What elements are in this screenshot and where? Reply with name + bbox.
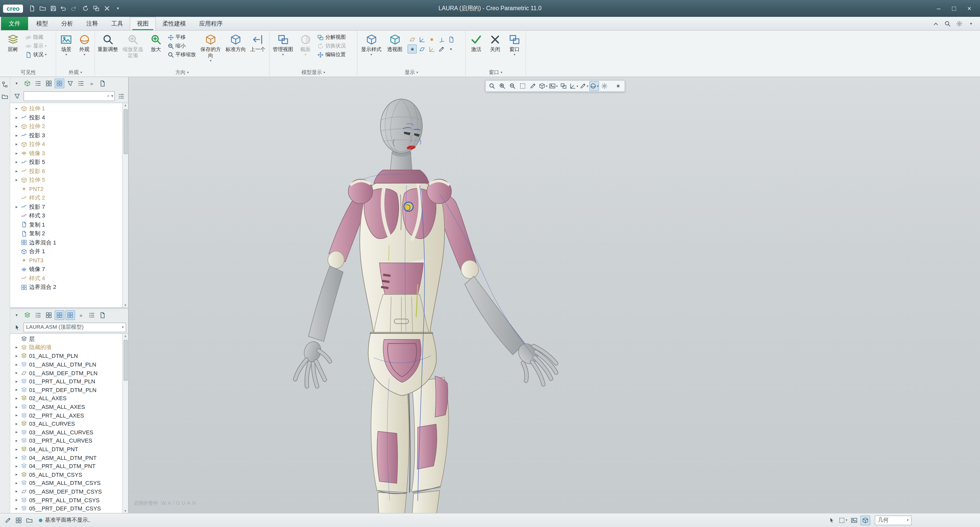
layer-tree-item[interactable]: ▸01__ASM_DEF_DTM_PLN — [10, 369, 122, 377]
layer-tree-item[interactable]: ▸04__PRT_ALL_DTM_PNT — [10, 462, 122, 470]
status-button[interactable]: 状况 ▾ — [24, 51, 48, 58]
scene-button[interactable]: 场景 ▾ — [58, 33, 75, 58]
close-button[interactable]: × — [962, 3, 977, 14]
expand-arrow[interactable]: ▸ — [14, 169, 19, 173]
model-tree-item[interactable]: ▸投影 3 — [10, 131, 122, 140]
expand-arrow[interactable]: ▸ — [14, 388, 19, 392]
model-tree-item[interactable]: PNT3 — [10, 256, 122, 265]
layer-tree-scrollbar[interactable]: ▲ ▼ — [122, 334, 128, 513]
layer-tree-item[interactable]: ▸01__ASM_ALL_DTM_PLN — [10, 360, 122, 369]
layer-detach-icon[interactable] — [97, 310, 107, 320]
layer-tree-item[interactable]: ▸01__PRT_ALL_DTM_PLN — [10, 377, 122, 386]
model-tree-item[interactable]: 边界混合 2 — [10, 283, 122, 292]
expand-arrow[interactable]: ▸ — [14, 133, 19, 138]
spin-center-toggle[interactable] — [407, 44, 417, 54]
switch-state-button[interactable]: 切换状况 — [316, 42, 347, 49]
expand-arrow[interactable]: ▸ — [14, 379, 19, 384]
layer-sort-icon[interactable] — [87, 310, 97, 320]
saved-orientations-button[interactable]: 保存的方向 ▾ — [198, 33, 223, 64]
clear-search-icon[interactable]: × — [107, 94, 110, 98]
zoom-window-icon[interactable] — [518, 81, 528, 91]
layer-view-b-icon[interactable] — [65, 310, 75, 320]
tree-list-icon[interactable] — [33, 78, 43, 88]
document-edit-icon[interactable] — [3, 516, 13, 525]
smart-pointer-icon[interactable] — [827, 516, 837, 525]
annotation-display-toggle[interactable] — [446, 35, 455, 44]
select-model-icon[interactable] — [12, 322, 22, 332]
add-filter-button[interactable] — [116, 91, 126, 101]
model-tree-item[interactable]: ▸投影 5 — [10, 158, 122, 167]
section-button[interactable]: 截面 ▾ — [296, 33, 315, 58]
box-icon[interactable] — [14, 516, 24, 525]
folder-browser-tab-icon[interactable] — [0, 92, 10, 102]
minimize-button[interactable]: – — [931, 3, 946, 14]
tree-options-caret[interactable]: ▾ — [12, 78, 21, 88]
model-tree-scrollbar[interactable]: ▲ ▼ — [122, 103, 128, 307]
tab-view[interactable]: 视图 — [130, 17, 156, 30]
expand-arrow[interactable]: ▸ — [14, 472, 19, 477]
annotation-display-icon[interactable]: ▾ — [579, 81, 589, 91]
close-window-button[interactable]: 关闭 — [486, 33, 504, 54]
scrollbar-thumb[interactable] — [123, 109, 127, 154]
window-button[interactable]: 窗口 ▾ — [505, 33, 524, 58]
model-tree-item[interactable]: 样式 3 — [10, 211, 122, 220]
expand-arrow[interactable]: ▸ — [14, 354, 19, 358]
ui-options-icon[interactable] — [955, 19, 964, 29]
tab-model[interactable]: 模型 — [30, 17, 55, 30]
zoom-out-button[interactable]: 缩小 — [166, 42, 197, 49]
expand-arrow[interactable]: ▸ — [14, 205, 19, 209]
refit-button[interactable]: 重新调整 — [97, 33, 119, 54]
model-3d-laura[interactable] — [255, 92, 592, 513]
model-tree-item[interactable]: PNT2 — [10, 184, 122, 194]
graphics-options-icon[interactable] — [600, 81, 609, 91]
layer-tree-button[interactable]: 层树 — [3, 33, 23, 54]
redo-icon[interactable]: ▾ — [70, 3, 80, 13]
tab-flexible-modeling[interactable]: 柔性建模 — [156, 17, 192, 30]
refit-icon[interactable] — [487, 81, 497, 91]
model-tree-item[interactable]: ▸拉伸 1 — [10, 104, 122, 113]
expand-arrow[interactable]: ▸ — [14, 106, 19, 111]
layer-tree-item[interactable]: ▸05__PRT_DEF_DTM_CSYS — [10, 504, 122, 513]
model-tree-item[interactable]: 复制 1 — [10, 220, 122, 229]
expand-arrow[interactable]: ▸ — [14, 498, 19, 502]
model-tree-item[interactable]: ▸投影 6 — [10, 167, 122, 176]
repaint-icon[interactable] — [528, 81, 538, 91]
detach-panel-icon[interactable] — [97, 78, 107, 88]
axis-tag-toggle[interactable] — [427, 44, 436, 54]
edit-position-button[interactable]: 编辑位置 — [316, 51, 347, 58]
search-filter-icon[interactable] — [12, 91, 22, 101]
zoom-in-button[interactable]: 放大 — [146, 33, 165, 54]
layer-tree-item[interactable]: ▸隐藏的项 — [10, 343, 122, 352]
point-display-toggle[interactable] — [427, 35, 436, 44]
undo-icon[interactable]: ▾ — [59, 3, 69, 13]
model-tree-item[interactable]: ▸投影 4 — [10, 113, 122, 122]
pan-zoom-button[interactable]: 平移缩放 — [166, 51, 197, 58]
model-tree-item[interactable]: ▸拉伸 5 — [10, 176, 122, 184]
regenerate-icon[interactable] — [81, 3, 91, 13]
save-icon[interactable] — [49, 3, 59, 13]
layer-tree-item[interactable]: ▸04_ALL_DTM_PNT — [10, 445, 122, 453]
exploded-view-button[interactable]: 分解视图 — [316, 34, 347, 41]
display-style-icon[interactable]: ▾ — [538, 81, 548, 91]
axis-display-toggle[interactable] — [417, 35, 426, 44]
manage-views-button[interactable]: 管理视图 ▾ — [271, 33, 295, 58]
standard-orientation-button[interactable]: 标准方向 — [224, 33, 247, 54]
layer-tree-item[interactable]: ▸05__ASM_DEF_DTM_CSYS — [10, 487, 122, 495]
tab-applications[interactable]: 应用程序 — [192, 17, 229, 30]
expand-arrow[interactable]: ▸ — [14, 396, 19, 401]
model-tree-item[interactable]: ▸拉伸 4 — [10, 140, 122, 149]
minimize-ribbon-icon[interactable] — [931, 19, 941, 29]
model-tree-item[interactable]: 边界混合 1 — [10, 238, 122, 247]
pan-button[interactable]: 平移 — [166, 34, 197, 41]
expand-arrow[interactable]: ▸ — [14, 178, 19, 183]
tab-analysis[interactable]: 分析 — [55, 17, 80, 30]
layers-node-icon[interactable] — [22, 310, 32, 320]
model-box-icon[interactable] — [861, 516, 870, 525]
layer-tree-root[interactable]: 层 — [10, 335, 122, 343]
layer-columns-icon[interactable] — [44, 310, 54, 320]
layer-overflow-chevron-icon[interactable]: » — [76, 310, 86, 320]
selection-filter-combo[interactable]: 几何 ▾ — [875, 516, 912, 525]
plane-display-toggle[interactable] — [407, 35, 417, 44]
expand-arrow[interactable]: ▸ — [14, 421, 19, 426]
expand-arrow[interactable]: ▸ — [14, 489, 19, 494]
